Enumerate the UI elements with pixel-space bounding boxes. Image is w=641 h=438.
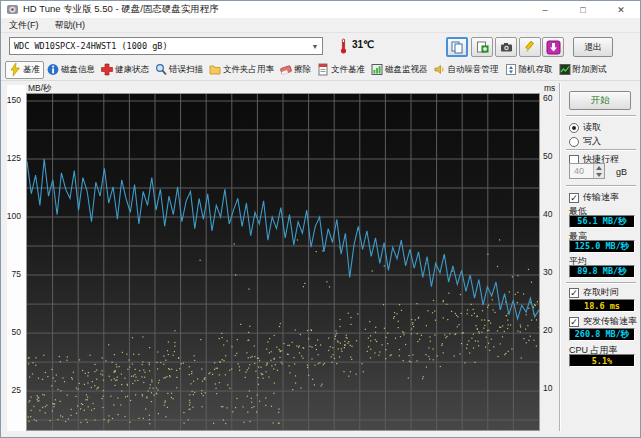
menu-file[interactable]: 文件(F) <box>1 18 47 32</box>
tab-label: 文件夹占用率 <box>223 64 274 76</box>
max-value-display: 125.0 MB/秒 <box>569 240 635 253</box>
copy-image-button[interactable] <box>471 37 493 57</box>
radio-selected-icon <box>569 123 579 133</box>
access-time-display: 18.6 ms <box>569 299 635 312</box>
menu-help[interactable]: 帮助(H) <box>47 18 94 32</box>
copy-image-icon <box>476 41 489 54</box>
disk-info-icon <box>47 63 59 76</box>
avg-value-display: 89.8 MB/秒 <box>569 265 635 278</box>
capacity-spinner[interactable]: 40 <box>569 163 605 179</box>
spinner-down-icon[interactable] <box>594 171 604 178</box>
screenshot-button[interactable] <box>495 37 517 57</box>
read-radio-label: 读取 <box>583 121 601 134</box>
ms-axis-tick-label: 30 <box>543 267 552 277</box>
title-bar: HD Tune 专业版 5.50 - 硬盘/固态硬盘实用程序 – □ ✕ <box>1 1 640 18</box>
write-radio-label: 写入 <box>583 135 601 148</box>
extra-tests-icon <box>559 63 571 76</box>
tab-disk-monitor[interactable]: 磁盘监视器 <box>368 61 431 79</box>
checkbox-checked-icon: ✓ <box>569 193 579 203</box>
benchmark-chart <box>26 93 540 431</box>
min-value-display: 56.1 MB/秒 <box>569 215 635 228</box>
spinner-buttons <box>593 164 604 178</box>
tab-benchmark[interactable]: 基准 <box>5 61 44 79</box>
separator <box>566 115 636 117</box>
y-axis-tick-label: 100 <box>1 211 21 221</box>
tab-erase[interactable]: 擦除 <box>277 61 314 79</box>
start-button[interactable]: 开始 <box>569 91 631 110</box>
chart-plot-area <box>27 94 539 430</box>
save-arrow-icon <box>546 40 561 55</box>
copy-button[interactable] <box>446 37 468 57</box>
benchmark-panel: 开始 读取 写入 快捷行程 40 gB ✓ 传 <box>559 83 639 431</box>
y-axis-tick-label: 50 <box>1 327 21 337</box>
tab-file-benchmark[interactable]: 文件基准 <box>314 61 368 79</box>
random-access-icon <box>505 63 517 76</box>
separator <box>566 185 636 187</box>
tab-health[interactable]: 健康状态 <box>98 61 152 79</box>
burst-rate-display: 260.8 MB/秒 <box>569 328 635 341</box>
tab-aam[interactable]: 自动噪音管理 <box>431 61 502 79</box>
write-radio[interactable]: 写入 <box>569 135 601 148</box>
menu-bar: 文件(F) 帮助(H) <box>1 18 640 33</box>
toolbar: WDC WD10SPCX-24HWST1 (1000 gB) ▼ 31℃ 退出 <box>1 33 640 59</box>
speaker-icon <box>434 63 446 76</box>
y-axis-tick-label: 150 <box>1 95 21 105</box>
close-button[interactable]: ✕ <box>602 1 640 18</box>
y-axis-tick-label: 125 <box>1 153 21 163</box>
tab-label: 文件基准 <box>331 64 365 76</box>
temperature-value: 31℃ <box>352 39 374 50</box>
app-icon <box>7 4 18 15</box>
y-axis-tick-label: 75 <box>1 269 21 279</box>
thermometer-icon <box>339 38 348 54</box>
tab-label: 擦除 <box>294 64 311 76</box>
benchmark-lightning-icon <box>9 63 21 76</box>
checkbox-checked-icon: ✓ <box>569 317 579 327</box>
transfer-rate-checkbox[interactable]: ✓ 传输速率 <box>569 191 619 204</box>
ms-axis-tick-label: 40 <box>543 209 552 219</box>
window-title: HD Tune 专业版 5.50 - 硬盘/固态硬盘实用程序 <box>23 3 219 16</box>
spinner-up-icon[interactable] <box>594 164 604 171</box>
camera-icon <box>500 41 513 54</box>
read-radio[interactable]: 读取 <box>569 121 601 134</box>
burst-rate-checkbox[interactable]: ✓ 突发传输速率 <box>569 315 637 328</box>
exit-button[interactable]: 退出 <box>573 37 613 57</box>
drive-select[interactable]: WDC WD10SPCX-24HWST1 (1000 gB) ▼ <box>9 37 323 55</box>
pencil-icon <box>524 41 537 54</box>
separator <box>566 282 636 284</box>
access-time-checkbox[interactable]: ✓ 存取时间 <box>569 286 619 299</box>
cpu-usage-display: 5.1% <box>569 354 635 367</box>
axis-margin <box>7 85 26 431</box>
drive-select-value: WDC WD10SPCX-24HWST1 (1000 gB) <box>10 41 308 51</box>
tab-error-scan[interactable]: 错误扫描 <box>152 61 206 79</box>
tab-label: 磁盘监视器 <box>385 64 428 76</box>
y-axis-tick-label: 25 <box>1 385 21 395</box>
capacity-unit-label: gB <box>616 167 627 177</box>
tab-label: 磁盘信息 <box>61 64 95 76</box>
health-cross-icon <box>101 63 113 76</box>
ms-axis-tick-label: 60 <box>543 93 552 103</box>
access-time-label: 存取时间 <box>583 286 619 299</box>
ms-axis-tick-label: 50 <box>543 151 552 161</box>
capacity-value: 40 <box>570 164 593 178</box>
tab-folder-usage[interactable]: 文件夹占用率 <box>206 61 277 79</box>
tab-disk-info[interactable]: 磁盘信息 <box>44 61 98 79</box>
minimize-button[interactable]: – <box>526 1 564 18</box>
tab-label: 自动噪音管理 <box>448 64 499 76</box>
burst-rate-label: 突发传输速率 <box>583 315 637 328</box>
tab-extra-tests[interactable]: 附加测试 <box>556 61 610 79</box>
maximize-button[interactable]: □ <box>564 1 602 18</box>
right-axis-unit-label: ms <box>544 83 555 93</box>
app-window: HD Tune 专业版 5.50 - 硬盘/固态硬盘实用程序 – □ ✕ 文件(… <box>0 0 641 438</box>
tab-random-access[interactable]: 随机存取 <box>502 61 556 79</box>
copy-icon <box>451 41 464 54</box>
separator <box>566 149 636 151</box>
transfer-rate-label: 传输速率 <box>583 191 619 204</box>
annotate-button[interactable] <box>519 37 541 57</box>
save-button[interactable] <box>542 37 564 57</box>
tab-label: 附加测试 <box>573 64 607 76</box>
tab-label: 基准 <box>23 64 40 76</box>
tab-label: 随机存取 <box>519 64 553 76</box>
magnifier-icon <box>155 63 167 76</box>
eraser-icon <box>280 63 292 76</box>
tab-label: 健康状态 <box>115 64 149 76</box>
